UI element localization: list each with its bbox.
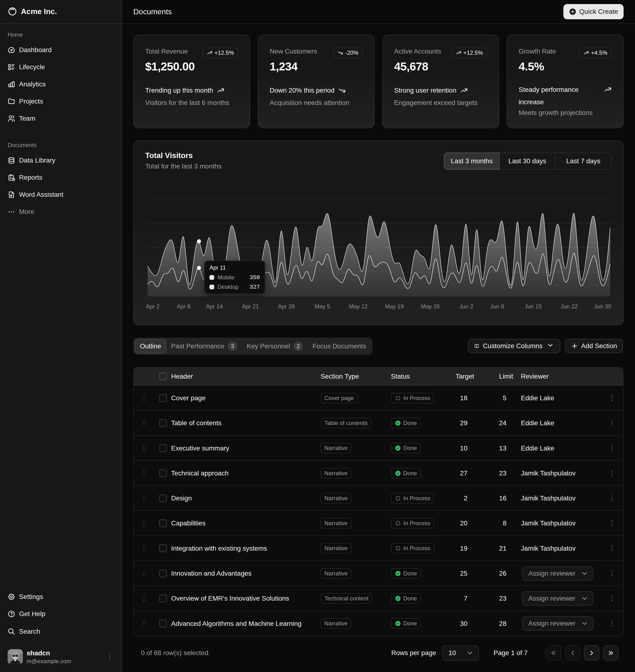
svg-text:May 5: May 5 [315, 303, 330, 310]
svg-text:May 12: May 12 [349, 303, 368, 310]
svg-text:Apr 2: Apr 2 [146, 303, 159, 310]
svg-text:Jun 15: Jun 15 [525, 303, 542, 310]
svg-text:May 19: May 19 [385, 303, 404, 310]
svg-text:Jun 22: Jun 22 [561, 303, 578, 310]
svg-text:Jun 30: Jun 30 [594, 303, 611, 310]
svg-text:Apr 21: Apr 21 [242, 303, 259, 310]
svg-text:May 26: May 26 [421, 303, 440, 310]
svg-text:Apr 8: Apr 8 [177, 303, 191, 310]
svg-text:Jun 8: Jun 8 [490, 303, 504, 310]
svg-text:Apr 28: Apr 28 [278, 303, 295, 310]
svg-text:Jun 2: Jun 2 [459, 303, 474, 310]
svg-text:Apr 14: Apr 14 [206, 303, 223, 310]
